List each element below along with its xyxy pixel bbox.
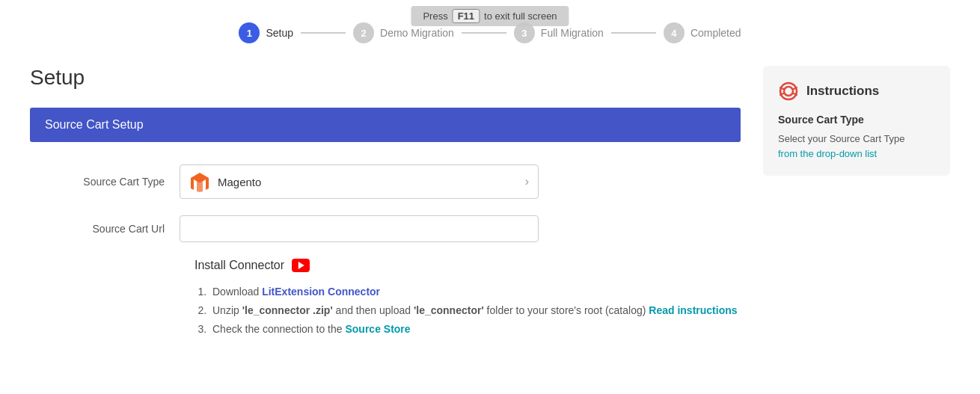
magento-icon	[189, 171, 210, 192]
step-4-label: Completed	[690, 27, 741, 39]
step-1-label: Setup	[266, 27, 293, 39]
chevron-right-icon: ›	[525, 175, 529, 188]
step-3-label: Full Migration	[541, 27, 604, 39]
fullscreen-key: F11	[453, 9, 480, 23]
instructions-highlight-text: from the drop-down list	[778, 148, 877, 159]
main-layout: Setup Source Cart Setup Source Cart Type…	[0, 66, 980, 339]
source-cart-url-row: Source Cart Url	[30, 215, 741, 242]
fullscreen-press-text: Press	[423, 10, 447, 22]
select-box-left: Magento	[189, 171, 261, 192]
step-1[interactable]: 1 Setup	[239, 22, 293, 43]
page-title: Setup	[30, 66, 741, 90]
fullscreen-after-text: to exit full screen	[484, 10, 557, 22]
connector-2-3	[462, 32, 506, 34]
source-cart-type-label: Source Cart Type	[45, 176, 180, 188]
install-connector-steps: Download LitExtension Connector Unzip 'l…	[195, 283, 741, 339]
install-step-2: Unzip 'le_connector .zip' and then uploa…	[209, 301, 741, 320]
source-cart-type-row: Source Cart Type Magento ›	[30, 164, 741, 199]
step-2-circle: 2	[353, 22, 374, 43]
right-panel: Instructions Source Cart Type Select you…	[763, 66, 950, 339]
instructions-panel-subtitle: Source Cart Type	[778, 114, 935, 126]
connector-1-2	[301, 32, 346, 34]
instructions-header: Instructions	[778, 81, 935, 102]
svg-point-3	[784, 87, 793, 96]
install-step-1: Download LitExtension Connector	[209, 283, 741, 301]
source-cart-url-label: Source Cart Url	[45, 223, 180, 235]
source-store-link[interactable]: Source Store	[345, 323, 410, 335]
install-step-2-before: Unzip	[212, 304, 242, 316]
install-step-3: Check the connection to the Source Store	[209, 320, 741, 339]
youtube-icon[interactable]	[292, 259, 310, 272]
fullscreen-notice: Press F11 to exit full screen	[411, 6, 569, 26]
install-connector-title-row: Install Connector	[195, 259, 741, 272]
instructions-panel-text: Select your Source Cart Type from the dr…	[778, 132, 935, 161]
source-cart-url-control[interactable]	[180, 215, 539, 242]
zip-filename: 'le_connector .zip'	[242, 304, 333, 316]
folder-name: 'le_connector'	[414, 304, 484, 316]
litextension-connector-link[interactable]: LitExtension Connector	[262, 286, 380, 298]
source-cart-setup-bar: Source Cart Setup	[30, 108, 741, 142]
install-step-1-text-before: Download	[212, 286, 262, 298]
instructions-icon	[778, 81, 799, 102]
source-cart-type-select[interactable]: Magento ›	[180, 164, 539, 199]
install-connector-label: Install Connector	[195, 259, 284, 272]
connector-3-4	[611, 32, 656, 34]
svg-point-2	[780, 83, 797, 99]
content-area: Setup Source Cart Setup Source Cart Type…	[30, 66, 741, 339]
step-2-label: Demo Migration	[380, 27, 454, 39]
step-1-circle: 1	[239, 22, 260, 43]
source-cart-type-control[interactable]: Magento ›	[180, 164, 539, 199]
instructions-card: Instructions Source Cart Type Select you…	[763, 66, 950, 176]
read-instructions-link[interactable]: Read instructions	[649, 304, 737, 316]
instructions-panel-title: Instructions	[806, 84, 879, 99]
step-4-circle: 4	[664, 22, 685, 43]
install-connector-section: Install Connector Download LitExtension …	[30, 259, 741, 339]
step-4[interactable]: 4 Completed	[664, 22, 741, 43]
source-cart-url-input[interactable]	[180, 215, 539, 242]
cart-type-value: Magento	[218, 176, 261, 188]
